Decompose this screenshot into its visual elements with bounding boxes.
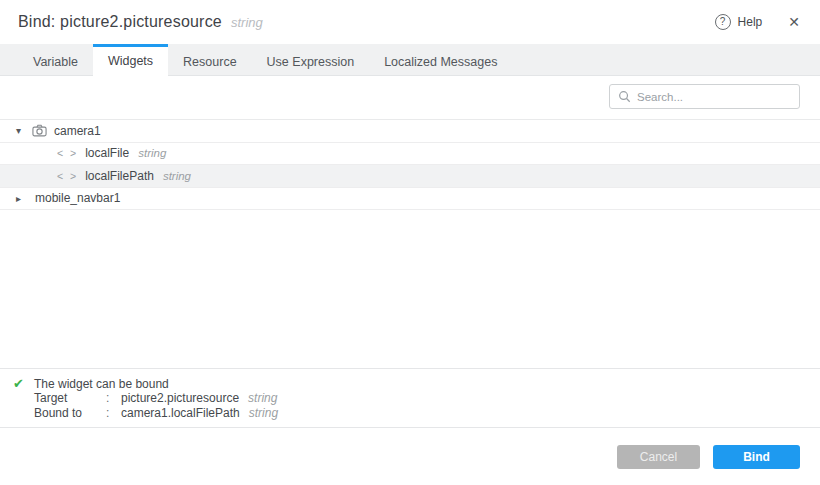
check-icon: ✔ [13, 376, 24, 391]
status-colon: : [106, 391, 121, 406]
tree-node-label: mobile_navbar1 [35, 191, 120, 205]
status-target-value: picture2.picturesource [121, 391, 239, 406]
caret-right-icon[interactable]: ▸ [16, 193, 29, 204]
code-icon: < > [57, 147, 78, 159]
status-target-type: string [248, 391, 277, 406]
dialog-header: Bind: picture2.picturesource string ? He… [0, 0, 820, 44]
status-message: The widget can be bound [34, 377, 820, 391]
status-target-row: Target : picture2.picturesource string [34, 391, 820, 406]
dialog-actions: Cancel Bind [0, 428, 820, 485]
tab-variable[interactable]: Variable [18, 44, 93, 76]
status-boundto-label: Bound to [34, 406, 106, 421]
status-boundto-type: string [249, 406, 278, 421]
close-icon[interactable]: ✕ [788, 15, 800, 29]
status-check-col: ✔ [13, 377, 34, 427]
tree-row-localfile[interactable]: < > localFile string [0, 143, 820, 166]
tab-use-expression[interactable]: Use Expression [252, 44, 370, 76]
status-boundto-value: camera1.localFilePath [121, 406, 240, 421]
search-icon [618, 90, 631, 103]
help-button[interactable]: ? Help [715, 14, 763, 30]
tree-row-mobile-navbar1[interactable]: ▸ mobile_navbar1 [0, 188, 820, 211]
tree-row-localfilepath[interactable]: < > localFilePath string [0, 165, 820, 188]
status-target-label: Target [34, 391, 106, 406]
tab-bar: Variable Widgets Resource Use Expression… [0, 44, 820, 76]
tree-node-type: string [163, 170, 191, 182]
help-icon: ? [715, 14, 731, 30]
header-actions: ? Help ✕ [715, 14, 800, 30]
tree-node-label: localFile [85, 146, 129, 160]
search-box[interactable] [609, 84, 800, 109]
bind-dialog: Bind: picture2.picturesource string ? He… [0, 0, 820, 485]
tab-localized-messages[interactable]: Localized Messages [369, 44, 512, 76]
widget-tree: ▾ camera1 < > localFile string < > local… [0, 119, 820, 210]
tab-widgets[interactable]: Widgets [93, 44, 168, 76]
code-icon: < > [57, 170, 78, 182]
cancel-button[interactable]: Cancel [617, 445, 700, 469]
dialog-title-type: string [231, 15, 263, 30]
tab-resource[interactable]: Resource [168, 44, 252, 76]
search-input[interactable] [637, 91, 791, 103]
tree-node-label: localFilePath [85, 169, 154, 183]
status-boundto-row: Bound to : camera1.localFilePath string [34, 406, 820, 421]
status-colon: : [106, 406, 121, 421]
tree-node-type: string [138, 147, 166, 159]
tree-node-label: camera1 [54, 124, 101, 138]
camera-icon [32, 124, 47, 137]
caret-down-icon[interactable]: ▾ [16, 125, 29, 136]
bind-button[interactable]: Bind [713, 445, 800, 469]
status-body: The widget can be bound Target : picture… [34, 377, 820, 427]
help-label: Help [738, 15, 763, 29]
tree-row-camera1[interactable]: ▾ camera1 [0, 120, 820, 143]
toolbar [0, 76, 820, 119]
bind-status-panel: ✔ The widget can be bound Target : pictu… [0, 368, 820, 428]
dialog-title: Bind: picture2.picturesource [18, 13, 222, 31]
content-spacer [0, 210, 820, 368]
